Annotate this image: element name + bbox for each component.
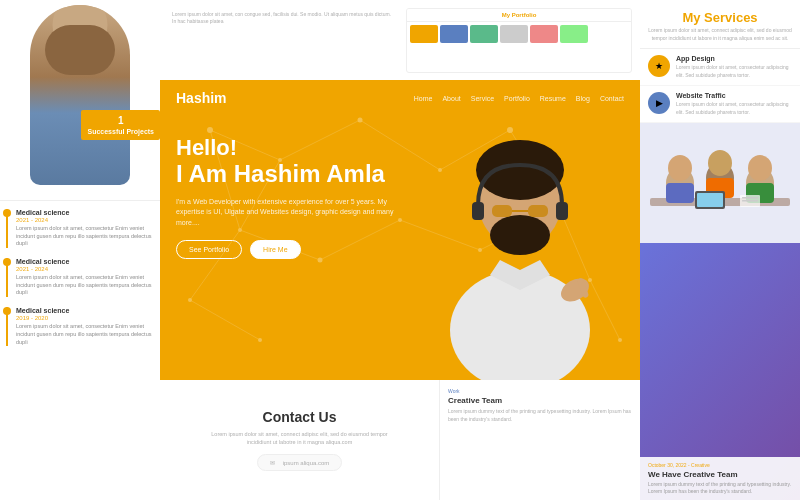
- hero-buttons: See Portfolio Hire Me: [176, 240, 408, 259]
- center-lorem-text: Lorem ipsum dolor sit amet, con congue s…: [168, 8, 400, 28]
- service-name-2: Website Traffic: [676, 92, 792, 99]
- contact-section: Contact Us Lorem ipsum dolor sit amet, c…: [160, 380, 440, 500]
- creative-overlay: October 30, 2022 - Creative We Have Crea…: [640, 457, 800, 500]
- service-desc-2: Lorem ipsum dolor sit amet, consectetur …: [676, 101, 792, 116]
- portfolio-card-title: My Portfolio: [407, 9, 631, 22]
- contact-title: Contact Us: [263, 409, 337, 425]
- badge-number: 1: [87, 114, 154, 127]
- nav-blog[interactable]: Blog: [576, 95, 590, 102]
- hero-greeting: Hello!: [176, 136, 408, 160]
- nav-service[interactable]: Service: [471, 95, 494, 102]
- service-item-1: ★ App Design Lorem ipsum dolor sit amet,…: [640, 49, 800, 86]
- svg-rect-55: [742, 200, 758, 202]
- portfolio-thumbnails: [407, 22, 631, 46]
- service-desc-1: Lorem ipsum dolor sit amet, consectetur …: [676, 64, 792, 79]
- portfolio-thumb-1: [410, 25, 438, 43]
- service-content-2: Website Traffic Lorem ipsum dolor sit am…: [676, 92, 792, 116]
- timeline-date-3: 2019 - 2020: [16, 315, 154, 321]
- hero-section: Hashim Home About Service Portfolio Resu…: [160, 80, 640, 380]
- creative-team-title2: Creative Team: [448, 396, 632, 405]
- nav-about[interactable]: About: [442, 95, 460, 102]
- timeline-date-2: 2021 - 2024: [16, 266, 154, 272]
- svg-point-32: [490, 215, 550, 255]
- timeline-text-3: Lorem ipsum dolor sit amet, consectetur …: [16, 323, 154, 346]
- hire-button[interactable]: Hire Me: [250, 240, 301, 259]
- svg-point-43: [668, 155, 692, 181]
- hero-content: Hello! I Am Hashim Amla I'm a Web Develo…: [160, 116, 424, 269]
- portfolio-thumb-6: [560, 25, 588, 43]
- hero-name: I Am Hashim Amla: [176, 160, 408, 189]
- timeline-title-2: Medical science: [16, 258, 154, 265]
- svg-rect-54: [742, 197, 758, 199]
- nav-home[interactable]: Home: [414, 95, 433, 102]
- timeline-text-2: Lorem ipsum dolor sit amet, consectetur …: [16, 274, 154, 297]
- hero-person-image: [420, 100, 620, 380]
- portfolio-thumb-5: [530, 25, 558, 43]
- email-placeholder: ipsum aliqua.com: [283, 460, 330, 466]
- service-content-1: App Design Lorem ipsum dolor sit amet, c…: [676, 55, 792, 79]
- svg-point-46: [708, 150, 732, 176]
- timeline-section: Medical science 2021 - 2024 Lorem ipsum …: [0, 200, 160, 500]
- service-icon-2: ▶: [648, 92, 670, 114]
- timeline-item-3: Medical science 2019 - 2020 Lorem ipsum …: [6, 307, 154, 346]
- creative-team-section: Work Creative Team Lorem ipsum dummy tex…: [440, 380, 640, 500]
- site-logo[interactable]: Hashim: [176, 90, 227, 106]
- timeline-title-3: Medical science: [16, 307, 154, 314]
- svg-rect-44: [666, 183, 694, 203]
- creative-date: October 30, 2022 - Creative: [648, 462, 792, 468]
- hero-person-svg: [420, 100, 620, 380]
- timeline-dot-1: [3, 209, 11, 217]
- portfolio-thumb-2: [440, 25, 468, 43]
- navbar: Hashim Home About Service Portfolio Resu…: [160, 80, 640, 116]
- badge-label: Successful Projects: [87, 127, 154, 136]
- portfolio-button[interactable]: See Portfolio: [176, 240, 242, 259]
- creative-team-heading: We Have Creative Team: [648, 470, 792, 479]
- left-column: 1 Successful Projects Medical science 20…: [0, 0, 160, 500]
- service-item-2: ▶ Website Traffic Lorem ipsum dolor sit …: [640, 86, 800, 123]
- app-design-icon: ★: [655, 61, 663, 71]
- timeline-date-1: 2021 - 2024: [16, 217, 154, 223]
- services-title-accent: Services: [704, 10, 758, 25]
- services-description: Lorem ipsum dolor sit amet, connect adip…: [648, 27, 792, 42]
- bottom-section: Contact Us Lorem ipsum dolor sit amet, c…: [160, 380, 640, 500]
- services-title: My Services: [648, 10, 792, 25]
- creative-team-text2: Lorem ipsum dummy text of the printing a…: [448, 408, 632, 423]
- svg-rect-37: [556, 202, 568, 220]
- svg-rect-36: [472, 202, 484, 220]
- team-image-area: October 30, 2022 - Creative We Have Crea…: [640, 123, 800, 500]
- page-wrapper: 1 Successful Projects Medical science 20…: [0, 0, 800, 500]
- contact-subtitle: Lorem ipsum dolor sit amet, connect adip…: [200, 430, 400, 447]
- traffic-icon: ▶: [656, 98, 663, 108]
- portfolio-thumb-3: [470, 25, 498, 43]
- team-svg: [640, 123, 800, 243]
- success-badge: 1 Successful Projects: [81, 110, 160, 140]
- nav-resume[interactable]: Resume: [540, 95, 566, 102]
- timeline-title-1: Medical science: [16, 209, 154, 216]
- person-photo-left: [30, 5, 130, 185]
- contact-email-bar[interactable]: ✉ ipsum aliqua.com: [257, 454, 343, 471]
- svg-line-24: [190, 300, 260, 340]
- center-column: Lorem ipsum dolor sit amet, con congue s…: [160, 0, 640, 500]
- timeline-dot-2: [3, 258, 11, 266]
- service-name-1: App Design: [676, 55, 792, 62]
- svg-rect-34: [528, 205, 548, 217]
- service-icon-1: ★: [648, 55, 670, 77]
- svg-point-49: [748, 155, 772, 181]
- center-top-row: Lorem ipsum dolor sit amet, con congue s…: [160, 0, 640, 80]
- email-icon: ✉: [270, 459, 275, 466]
- timeline-dot-3: [3, 307, 11, 315]
- svg-point-31: [476, 140, 564, 200]
- services-title-regular: My: [682, 10, 700, 25]
- work-label: Work: [448, 388, 632, 394]
- team-photo: [640, 123, 800, 500]
- left-top-section: 1 Successful Projects: [0, 0, 160, 200]
- portfolio-thumb-4: [500, 25, 528, 43]
- svg-rect-52: [697, 193, 723, 207]
- portfolio-preview-card: My Portfolio: [406, 8, 632, 73]
- nav-portfolio[interactable]: Portfolio: [504, 95, 530, 102]
- hero-description: I'm a Web Developer with extensive exper…: [176, 197, 408, 229]
- timeline-text-1: Lorem ipsum dolor sit amet, consectetur …: [16, 225, 154, 248]
- right-column: My Services Lorem ipsum dolor sit amet, …: [640, 0, 800, 500]
- services-header: My Services Lorem ipsum dolor sit amet, …: [640, 0, 800, 49]
- nav-contact[interactable]: Contact: [600, 95, 624, 102]
